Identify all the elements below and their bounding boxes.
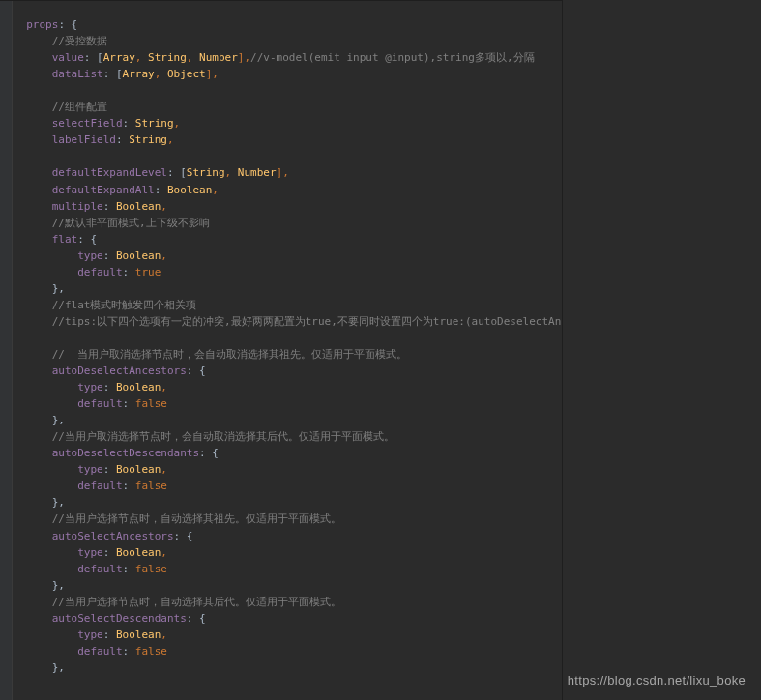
code-block: props: { //受控数据 value: [Array, String, N… [14, 16, 561, 700]
code-token: : { [58, 18, 77, 31]
watermark: https://blog.csdn.net/lixu_boke [568, 671, 746, 690]
comment: //受控数据 [26, 35, 107, 47]
code-token: props [26, 18, 58, 31]
editor: props: { //受控数据 value: [Array, String, N… [0, 0, 761, 700]
code-token: value [26, 51, 84, 64]
minimap-pane [562, 0, 761, 700]
code-area[interactable]: props: { //受控数据 value: [Array, String, N… [0, 0, 561, 700]
